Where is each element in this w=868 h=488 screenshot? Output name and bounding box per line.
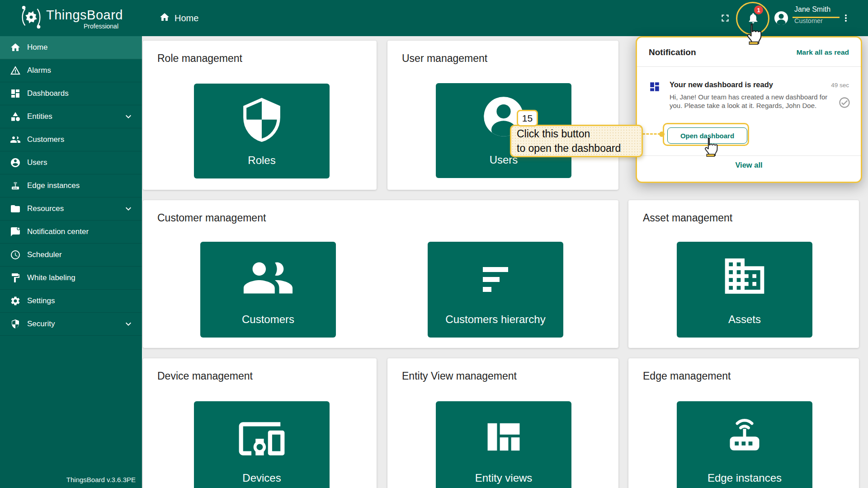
- logo-subtitle: Professional: [18, 23, 118, 30]
- card-role-management: Role management Roles: [143, 41, 377, 190]
- sidebar-item-white-labeling[interactable]: White labeling: [0, 267, 142, 290]
- entity-views-grid-icon: [481, 415, 526, 462]
- card-title: Customer management: [157, 212, 266, 224]
- sidebar-item-security[interactable]: Security: [0, 313, 142, 336]
- dashboards-icon: [10, 88, 21, 99]
- card-device-management: Device management Devices: [143, 358, 377, 488]
- folder-icon: [10, 203, 21, 214]
- alarm-warning-icon: [10, 65, 21, 76]
- hand-cursor-icon: [744, 23, 762, 47]
- thingsboard-home-screen: ThingsBoard Professional Home 1: [0, 0, 868, 488]
- edge-router-icon: [10, 180, 21, 191]
- clock-icon: [10, 249, 21, 260]
- chevron-down-icon: [123, 111, 134, 122]
- breadcrumb[interactable]: Home: [159, 0, 198, 36]
- sidebar-item-label: Users: [27, 158, 47, 167]
- sidebar-item-resources[interactable]: Resources: [0, 197, 142, 221]
- sidebar-item-edge-instances[interactable]: Edge instances: [0, 174, 142, 197]
- sidebar-nav: Home Alarms Dashboards Entities Customer…: [0, 36, 142, 488]
- sidebar-item-label: Settings: [27, 296, 55, 305]
- tile-label: Entity views: [436, 472, 571, 484]
- sidebar-item-label: Home: [27, 43, 47, 52]
- fullscreen-button[interactable]: [719, 12, 731, 24]
- tile-customers-hierarchy[interactable]: Customers hierarchy: [428, 242, 563, 338]
- customers-people-icon: [10, 134, 21, 145]
- card-title: User management: [402, 52, 487, 65]
- sidebar-item-label: Notification center: [27, 227, 89, 236]
- divider: [637, 66, 861, 67]
- sidebar-item-label: Scheduler: [27, 250, 62, 259]
- more-menu-button[interactable]: [840, 13, 851, 23]
- notification-popup-title: Notification: [649, 47, 696, 57]
- notification-item-time: 49 sec: [831, 82, 849, 89]
- card-title: Role management: [157, 52, 242, 65]
- sidebar-item-label: Dashboards: [27, 89, 69, 98]
- card-entity-view-management: Entity View management Entity views: [387, 358, 618, 488]
- sidebar-item-label: Edge instances: [27, 181, 80, 190]
- annotation-line: [793, 17, 840, 18]
- sidebar-item-notification-center[interactable]: Notification center: [0, 221, 142, 244]
- tile-entity-views[interactable]: Entity views: [436, 401, 571, 488]
- user-avatar[interactable]: [773, 9, 790, 27]
- divider: [637, 155, 861, 156]
- tile-label: Roles: [194, 154, 330, 167]
- notification-item-title: Your new dashboard is ready: [670, 80, 773, 89]
- tile-label: Devices: [194, 472, 330, 484]
- hand-cursor-icon: [702, 137, 718, 159]
- format-paint-icon: [10, 272, 21, 283]
- tile-label: Customers hierarchy: [428, 313, 563, 326]
- assets-building-icon: [721, 253, 768, 301]
- sidebar-item-home[interactable]: Home: [0, 36, 142, 59]
- annotation-step-number: 15: [517, 110, 538, 127]
- tile-edge-instances[interactable]: Edge instances: [677, 401, 812, 488]
- card-title: Asset management: [643, 212, 732, 224]
- sidebar-item-label: Entities: [27, 112, 52, 121]
- mark-as-read-check-icon[interactable]: [838, 96, 851, 109]
- annotation-tooltip-line1: Click this button: [517, 127, 636, 141]
- version-label: ThingsBoard v.3.6.3PE: [0, 476, 136, 483]
- sidebar-item-entities[interactable]: Entities: [0, 105, 142, 128]
- tile-devices[interactable]: Devices: [194, 401, 330, 488]
- sidebar-item-label: Resources: [27, 204, 64, 213]
- mark-all-as-read-link[interactable]: Mark all as read: [797, 48, 849, 56]
- user-info[interactable]: Jane Smith Customer: [794, 5, 841, 24]
- tile-customers[interactable]: Customers: [200, 242, 336, 338]
- users-account-icon: [10, 157, 21, 168]
- tile-assets[interactable]: Assets: [677, 242, 812, 338]
- roles-shield-icon: [236, 95, 287, 148]
- edge-router-icon: [721, 411, 768, 460]
- thingsboard-logo[interactable]: ThingsBoard Professional: [18, 4, 124, 33]
- top-bar: ThingsBoard Professional Home 1: [0, 0, 868, 36]
- sidebar-item-scheduler[interactable]: Scheduler: [0, 244, 142, 267]
- card-title: Edge management: [643, 370, 731, 382]
- hierarchy-sort-icon: [474, 258, 517, 303]
- card-title: Device management: [157, 370, 253, 382]
- chevron-down-icon: [123, 203, 134, 214]
- notification-popup: Notification Mark all as read Your new d…: [636, 36, 862, 183]
- notification-item-body: Hi, Jane! Our team has created a new das…: [670, 93, 830, 110]
- tile-label: Customers: [200, 313, 336, 326]
- view-all-link[interactable]: View all: [637, 161, 861, 169]
- shield-icon: [10, 319, 21, 329]
- home-icon: [159, 12, 170, 24]
- chevron-down-icon: [123, 319, 134, 329]
- card-asset-management: Asset management Assets: [628, 200, 859, 348]
- annotation-tooltip: Click this button to open the dashboard: [510, 125, 643, 157]
- devices-icon: [237, 414, 287, 465]
- annotation-dashed-connector: [642, 133, 660, 135]
- sidebar-item-label: Customers: [27, 135, 64, 144]
- breadcrumb-label: Home: [175, 13, 198, 23]
- sidebar-item-label: Security: [27, 319, 55, 328]
- customers-people-icon: [241, 255, 295, 302]
- sidebar-item-settings[interactable]: Settings: [0, 290, 142, 313]
- tile-roles[interactable]: Roles: [194, 84, 330, 178]
- sidebar-item-alarms[interactable]: Alarms: [0, 59, 142, 82]
- sidebar-item-dashboards[interactable]: Dashboards: [0, 82, 142, 105]
- gear-icon: [10, 296, 21, 306]
- entities-category-icon: [10, 111, 21, 122]
- user-name: Jane Smith: [794, 5, 841, 14]
- notification-message-icon: [10, 226, 21, 237]
- sidebar-item-users[interactable]: Users: [0, 151, 142, 174]
- sidebar-item-customers[interactable]: Customers: [0, 128, 142, 151]
- card-edge-management: Edge management Edge instances: [628, 358, 859, 488]
